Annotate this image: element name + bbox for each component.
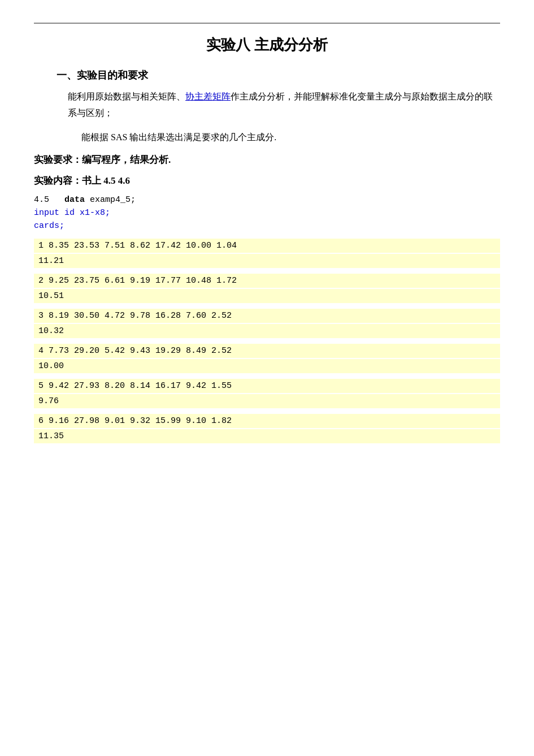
- data-row-2-line2: 10.51: [34, 289, 500, 303]
- paragraph2-indent: [68, 132, 81, 142]
- data-row-6-line1: 6 9.16 27.98 9.01 9.32 15.99 9.10 1.82: [34, 414, 500, 428]
- data-row-1-line2: 11.21: [34, 254, 500, 268]
- label-neirong: 实验内容：书上 4.5 4.6: [34, 174, 500, 187]
- code-line2-rest: id x1-x8;: [59, 208, 110, 218]
- section1-heading: 一、实验目的和要求: [57, 68, 500, 82]
- top-border: [34, 23, 500, 24]
- data-row-1-line1: 1 8.35 23.53 7.51 8.62 17.42 10.00 1.04: [34, 239, 500, 253]
- code-line1: 4.5 data examp4_5;: [34, 195, 500, 205]
- code-section: 4.5 data examp4_5; input id x1-x8; cards…: [34, 195, 500, 231]
- page-title: 实验八 主成分分析: [34, 35, 500, 55]
- code-line1-keyword: data: [64, 195, 85, 205]
- code-line3-keyword: cards;: [34, 221, 64, 231]
- paragraph1-part1: 能利用原始数据与相关矩阵、: [68, 92, 185, 101]
- section2-yaoqiu: 实验要求：编写程序，结果分析.: [34, 153, 500, 166]
- paragraph1-link[interactable]: 协主差矩阵: [185, 92, 231, 101]
- data-rows-container: 1 8.35 23.53 7.51 8.62 17.42 10.00 1.04 …: [34, 239, 500, 443]
- data-row-6-line2: 11.35: [34, 429, 500, 443]
- section1: 一、实验目的和要求 能利用原始数据与相关矩阵、协主差矩阵作主成分分析，并能理解标…: [34, 68, 500, 145]
- code-line2: input id x1-x8;: [34, 208, 500, 218]
- code-line2-keyword: input: [34, 208, 59, 218]
- section1-paragraph1: 能利用原始数据与相关矩阵、协主差矩阵作主成分分析，并能理解标准化变量主成分与原始…: [68, 89, 500, 122]
- code-line1-number: 4.5: [34, 195, 49, 205]
- data-row-4-line1: 4 7.73 29.20 5.42 9.43 19.29 8.49 2.52: [34, 344, 500, 358]
- data-row-5-line1: 5 9.42 27.93 8.20 8.14 16.17 9.42 1.55: [34, 379, 500, 393]
- data-row-5-line2: 9.76: [34, 394, 500, 408]
- section1-paragraph2: 能根据 SAS 输出结果选出满足要求的几个主成分.: [68, 129, 500, 146]
- code-line3: cards;: [34, 221, 500, 231]
- data-row-2-line1: 2 9.25 23.75 6.61 9.19 17.77 10.48 1.72: [34, 274, 500, 288]
- data-row-3-line2: 10.32: [34, 324, 500, 338]
- paragraph2-text: 能根据 SAS 输出结果选出满足要求的几个主成分.: [81, 132, 276, 142]
- data-row-4-line2: 10.00: [34, 359, 500, 373]
- label-yaoqiu: 实验要求：编写程序，结果分析.: [34, 153, 500, 166]
- code-line1-rest: examp4_5;: [85, 195, 136, 205]
- section2-neirong: 实验内容：书上 4.5 4.6: [34, 174, 500, 187]
- data-row-3-line1: 3 8.19 30.50 4.72 9.78 16.28 7.60 2.52: [34, 309, 500, 323]
